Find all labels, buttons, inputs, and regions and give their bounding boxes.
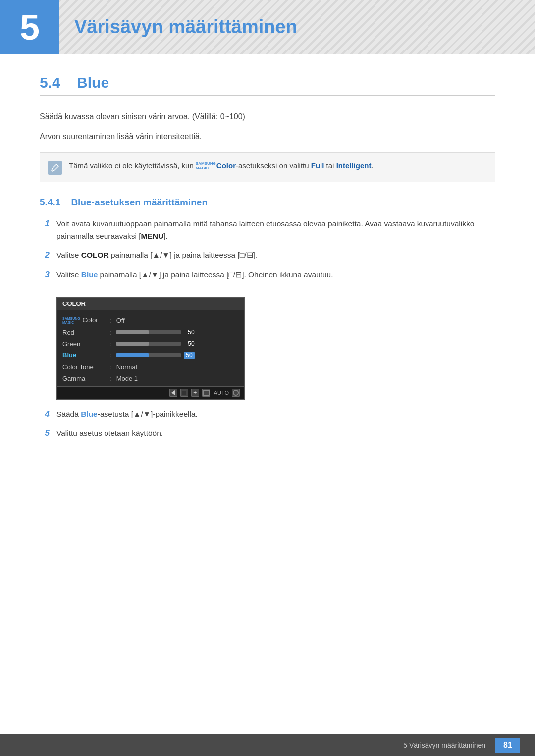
osd-red-bar-container: 50	[116, 329, 195, 336]
osd-title-bar: COLOR	[57, 298, 244, 310]
osd-row-gamma: Gamma : Mode 1	[57, 373, 244, 384]
step-5-number: 5	[40, 428, 50, 438]
samsung-magic-osd: SAMSUNGMAGIC	[62, 317, 80, 324]
step-1-text: Voit avata kuvaruutuoppaan painamalla mi…	[56, 218, 495, 243]
osd-row-green: Green : 50	[57, 338, 244, 350]
osd-left-arrow-icon	[171, 390, 175, 395]
page-footer: 5 Värisävyn määrittäminen 81	[0, 734, 535, 756]
step-2-color: COLOR	[81, 251, 109, 259]
osd-red-fill	[116, 330, 149, 334]
osd-green-fill	[116, 342, 149, 346]
note-full-label: Full	[311, 161, 324, 170]
osd-btn-left[interactable]	[169, 389, 177, 397]
step-3-text: Valitse Blue painamalla [▲/▼] ja paina l…	[56, 269, 333, 281]
section-description1: Säädä kuvassa olevan sinisen värin arvoa…	[40, 110, 495, 123]
step-5-text: Valittu asetus otetaan käyttöön.	[56, 427, 163, 440]
chapter-header: 5 Värisävyn määrittäminen	[0, 0, 535, 54]
osd-colortone-value: Normal	[116, 363, 137, 371]
osd-blue-value: 50	[184, 352, 195, 359]
step-4-blue: Blue	[81, 410, 98, 418]
samsung-magic-label: SAMSUNGMAGIC	[196, 162, 216, 171]
section-number: 5.4	[40, 74, 60, 91]
osd-monitor-icon	[203, 390, 210, 396]
subsection-number: 5.4.1	[40, 197, 60, 207]
step-3: 3 Valitse Blue painamalla [▲/▼] ja paina…	[40, 269, 495, 281]
osd-power-icon	[233, 390, 239, 396]
steps-list-2: 4 Säädä Blue-asetusta [▲/▼]-painikkeella…	[40, 408, 495, 440]
osd-blue-bar	[116, 353, 181, 357]
osd-blue-bar-container: 50	[116, 352, 195, 359]
subsection-heading: 5.4.1 Blue-asetuksen määrittäminen	[40, 197, 495, 208]
step-4: 4 Säädä Blue-asetusta [▲/▼]-painikkeella…	[40, 408, 495, 421]
osd-colortone-label: Color Tone	[62, 363, 105, 371]
step-2-text: Valitse COLOR painamalla [▲/▼] ja paina …	[56, 250, 257, 262]
chapter-number: 5	[0, 0, 59, 54]
step-4-number: 4	[40, 409, 50, 419]
osd-blue-fill	[116, 353, 149, 357]
note-intelligent-label: Intelligent	[336, 161, 372, 170]
note-brand-color: Color	[216, 161, 236, 170]
step-3-number: 3	[40, 270, 50, 280]
osd-gamma-label: Gamma	[62, 375, 105, 382]
osd-btn-power[interactable]	[232, 389, 240, 397]
osd-blue-label: Blue	[62, 352, 105, 359]
steps-list: 1 Voit avata kuvaruutuoppaan painamalla …	[40, 218, 495, 281]
osd-magic-color-text: Color	[82, 316, 98, 324]
osd-btn-plus[interactable]: +	[191, 389, 199, 397]
osd-body: SAMSUNGMAGIC Color : Off Red : 50	[57, 310, 244, 386]
note-icon	[48, 161, 62, 175]
note-dot: .	[371, 161, 373, 170]
osd-red-label: Red	[62, 329, 105, 336]
step-1-key: MENU	[141, 232, 164, 240]
osd-green-bar-container: 50	[116, 340, 195, 347]
footer-chapter-label: 5 Värisävyn määrittäminen	[403, 741, 485, 749]
subsection-title: Blue-asetuksen määrittäminen	[71, 197, 208, 207]
osd-green-value: 50	[184, 340, 195, 347]
osd-magic-value: Off	[116, 317, 125, 324]
note-tai: tai	[324, 161, 336, 170]
osd-title: COLOR	[62, 300, 86, 307]
step-2: 2 Valitse COLOR painamalla [▲/▼] ja pain…	[40, 250, 495, 262]
osd-btn-black[interactable]	[180, 389, 188, 397]
osd-sep-gamma: :	[109, 375, 111, 382]
pencil-icon	[51, 163, 59, 172]
note-text-content: Tämä valikko ei ole käytettävissä, kun S…	[69, 160, 374, 172]
osd-row-red: Red : 50	[57, 327, 244, 338]
osd-sep-colortone: :	[109, 363, 111, 371]
note-text-mid: -asetukseksi on valittu	[236, 161, 311, 170]
step-1-number: 1	[40, 219, 50, 229]
osd-plus-icon: +	[193, 389, 197, 396]
osd-red-bar	[116, 330, 181, 334]
osd-sep-1: :	[109, 317, 111, 324]
osd-container: COLOR SAMSUNGMAGIC Color : Off Red :	[56, 297, 245, 399]
osd-sep-blue: :	[109, 352, 111, 359]
osd-red-value: 50	[184, 329, 195, 336]
step-5: 5 Valittu asetus otetaan käyttöön.	[40, 427, 495, 440]
main-content: 5.4 Blue Säädä kuvassa olevan sinisen vä…	[0, 74, 535, 440]
osd-green-label: Green	[62, 340, 105, 348]
osd-footer: + AUTO	[57, 386, 244, 399]
osd-square-icon	[182, 391, 186, 395]
section-title: Blue	[77, 74, 109, 91]
osd-screen: COLOR SAMSUNGMAGIC Color : Off Red :	[56, 297, 245, 399]
step-3-blue: Blue	[81, 270, 98, 279]
step-2-number: 2	[40, 251, 50, 260]
note-text-prefix: Tämä valikko ei ole käytettävissä, kun	[69, 161, 196, 170]
step-1: 1 Voit avata kuvaruutuoppaan painamalla …	[40, 218, 495, 243]
osd-auto-label: AUTO	[214, 390, 229, 396]
step-4-text: Säädä Blue-asetusta [▲/▼]-painikkeella.	[56, 408, 198, 421]
osd-sep-red: :	[109, 329, 111, 336]
chapter-header-content: 5 Värisävyn määrittäminen	[0, 0, 535, 54]
section-description2: Arvon suurentaminen lisää värin intensit…	[40, 130, 495, 143]
osd-gamma-value: Mode 1	[116, 375, 138, 382]
osd-sep-green: :	[109, 340, 111, 348]
note-box: Tämä valikko ei ole käytettävissä, kun S…	[40, 152, 495, 182]
osd-row-blue: Blue : 50	[57, 350, 244, 361]
osd-row-colortone: Color Tone : Normal	[57, 361, 244, 373]
section-heading: 5.4 Blue	[40, 74, 495, 96]
osd-btn-monitor[interactable]	[202, 389, 210, 397]
chapter-title: Värisävyn määrittäminen	[74, 16, 297, 38]
footer-page-number: 81	[495, 738, 520, 753]
osd-green-bar	[116, 342, 181, 346]
osd-row-magic-color: SAMSUNGMAGIC Color : Off	[57, 314, 244, 326]
